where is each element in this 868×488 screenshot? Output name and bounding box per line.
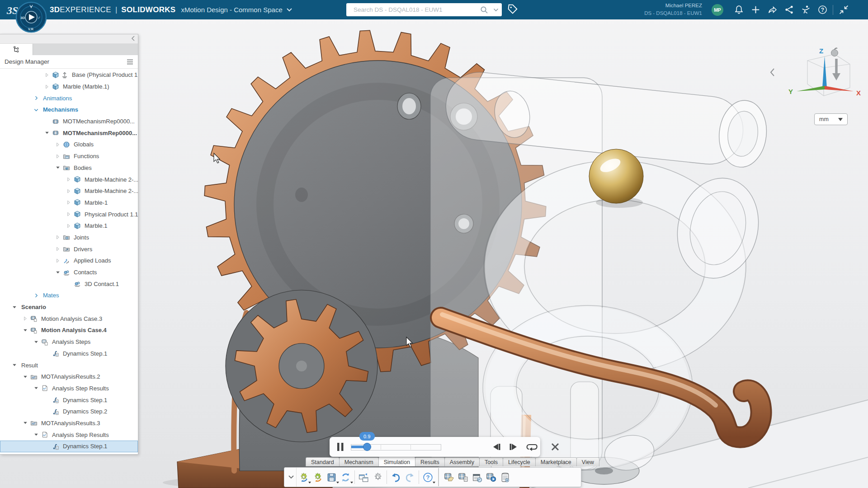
ribbon-tab-results[interactable]: Results [415,457,445,466]
simulation-report-button[interactable] [498,469,512,485]
add-icon[interactable] [749,4,762,16]
expand-arrow-icon[interactable] [42,129,51,136]
dropdown-caret-icon[interactable] [350,482,353,483]
tree-item-animations[interactable]: Animations [0,92,138,104]
tree-item-result[interactable]: Result [0,359,138,371]
tree-item-joints[interactable]: Joints [0,232,138,244]
assistance-icon[interactable] [799,4,812,16]
tree-item-marble-1[interactable]: Marble-1 [0,197,138,209]
tree-item-motanalysisresults-3[interactable]: MOTAnalysisResults.3 [0,418,138,429]
expand-arrow-icon[interactable] [64,188,73,195]
ribbon-tab-tools[interactable]: Tools [479,457,503,466]
tree-item-mates[interactable]: Mates [0,290,138,301]
tree-item-marble-marble-1[interactable]: Marble (Marble.1) [0,81,138,93]
expand-arrow-icon[interactable] [21,419,29,427]
expand-arrow-icon[interactable] [32,292,40,299]
tree-item-analysis-step-results[interactable]: Analysis Step Results [0,429,138,441]
share-nodes-icon[interactable] [783,4,795,16]
expand-arrow-icon[interactable] [53,164,62,171]
expand-arrow-icon[interactable] [32,106,40,113]
close-playback-button[interactable] [551,442,560,451]
search-input[interactable] [353,6,478,14]
sync-button[interactable] [339,469,353,485]
settings-gear-button[interactable] [371,469,385,485]
user-info[interactable]: Michael PEREZ DS - DSQAL018 - EUW1 [644,2,702,17]
open-mechanism-button[interactable] [442,469,456,485]
expand-arrow-icon[interactable] [53,141,62,148]
share-forward-icon[interactable] [766,4,778,16]
expand-arrow-icon[interactable] [21,315,29,322]
expand-arrow-icon[interactable] [32,431,40,438]
regenerate-button[interactable] [311,469,325,485]
pause-button[interactable] [336,442,344,452]
expand-arrow-icon[interactable] [64,211,73,218]
collapse-window-icon[interactable] [837,4,850,16]
redo-button[interactable] [403,469,417,485]
tree-item-applied-loads[interactable]: Applied Loads [0,255,138,267]
expand-arrow-icon[interactable] [64,199,73,206]
step-backward-button[interactable] [491,442,502,451]
ribbon-tab-view[interactable]: View [576,457,599,466]
storyboard-link-button[interactable] [470,469,484,485]
app-switcher-chevron-icon[interactable] [286,8,292,12]
help-icon[interactable]: ? [816,4,829,16]
expand-arrow-icon[interactable] [53,257,62,264]
help-circle-button[interactable]: ? [421,469,435,485]
tree-item-drivers[interactable]: Drivers [0,243,138,255]
tree-item-bodies[interactable]: Bodies [0,162,138,174]
ribbon-tab-simulation[interactable]: Simulation [378,457,415,466]
tab-design-tree[interactable] [0,44,33,55]
tree-item-motmechanismrep0000[interactable]: MOTMechanismRep0000... [0,127,138,139]
panel-collapse-chevron-icon[interactable] [131,35,135,43]
expand-arrow-icon[interactable] [32,94,40,102]
tree-item-analysis-step-results[interactable]: Analysis Step Results [0,383,138,394]
expand-arrow-icon[interactable] [21,327,29,334]
expand-arrow-icon[interactable] [10,304,19,311]
search-icon[interactable] [478,6,490,14]
tree-item-dynamics-step-1[interactable]: Dynamics Step.1 [0,348,138,360]
expand-arrow-icon[interactable] [42,71,51,79]
undo-button[interactable] [389,469,403,485]
view-panel-chevron-icon[interactable] [769,67,776,80]
tree-item-dynamics-step-2[interactable]: Dynamics Step.2 [0,406,138,418]
tree-item-mechanisms[interactable]: Mechanisms [0,104,138,116]
timeline-slider[interactable]: 0.9 [351,442,441,452]
step-forward-button[interactable] [508,442,519,451]
tree-item-marble-machine-2[interactable]: Marble-Machine 2-... [0,174,138,185]
bell-icon[interactable] [732,4,745,16]
tree-item-marble-1[interactable]: Marble.1 [0,220,138,232]
tree-item-analysis-steps[interactable]: Analysis Steps [0,336,138,348]
tree-item-base-physical-product-1-1[interactable]: Base (Physical Product 1.1) [0,69,138,81]
expand-arrow-icon[interactable] [53,234,62,241]
tree-item-dynamics-step-1[interactable]: Dynamics Step.1 [0,394,138,406]
tree-item-functions[interactable]: Functions [0,150,138,162]
slider-handle[interactable] [363,443,371,451]
tree-item-motanalysisresults-2[interactable]: MOTAnalysisResults.2 [0,371,138,383]
loop-button[interactable] [525,442,538,452]
tree-item-scenario[interactable]: Scenario [0,301,138,313]
ribbon-tab-standard[interactable]: Standard [306,457,340,466]
tree-item-contacts[interactable]: Contacts [0,267,138,278]
expand-arrow-icon[interactable] [32,338,40,346]
expand-arrow-icon[interactable] [64,176,73,183]
toolbar-collapse-chevron-icon[interactable] [286,468,297,487]
tree-item-motmechanismrep0000[interactable]: MOTMechanismRep0000... [0,116,138,127]
units-dropdown[interactable]: mm [814,113,848,125]
3d-compass[interactable]: 3D V.R i' [15,1,47,34]
panel-menu-icon[interactable] [127,59,133,65]
update-button[interactable] [297,469,311,485]
expand-arrow-icon[interactable] [53,153,62,160]
expand-arrow-icon[interactable] [10,361,19,369]
dropdown-caret-icon[interactable] [433,482,435,483]
avatar[interactable]: MP [712,4,723,16]
orientation-triad[interactable]: Z Y X [786,44,867,108]
tree-item-motion-analysis-case-3[interactable]: Motion Analysis Case.3 [0,313,138,324]
expand-arrow-icon[interactable] [21,373,29,380]
expand-arrow-icon[interactable] [42,83,51,90]
tree-item-motion-analysis-case-4[interactable]: Motion Analysis Case.4 [0,324,138,336]
global-search[interactable] [346,3,502,16]
ribbon-tab-marketplace[interactable]: Marketplace [535,457,577,466]
search-options-chevron-icon[interactable] [490,8,502,12]
tree-item-physical-product-1-1[interactable]: Physical Product 1.1 [0,208,138,220]
expand-arrow-icon[interactable] [53,245,62,253]
